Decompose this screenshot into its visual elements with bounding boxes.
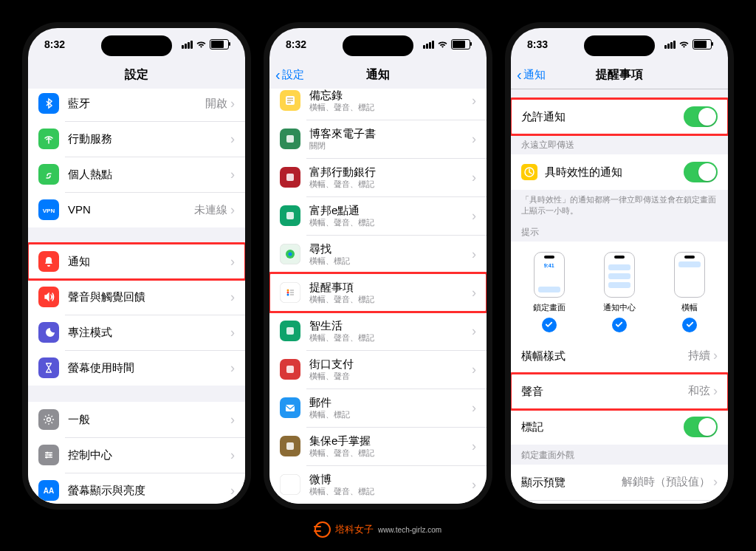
- phone-frame-1: 8:32 設定 藍牙開啟›行動服務›個人熱點›VPNVPN未連線›通知›聲音與觸…: [22, 22, 251, 510]
- allow-notifications-row[interactable]: 允許通知: [511, 99, 728, 134]
- alert-option-2[interactable]: 橫幅: [655, 252, 725, 332]
- app-label: 集保e手掌握橫幅、聲音、標記: [309, 434, 472, 458]
- app-row-2[interactable]: 富邦行動銀行橫幅、聲音、標記›: [269, 158, 487, 196]
- link-icon: [38, 164, 59, 185]
- settings-row-bell[interactable]: 通知›: [28, 244, 245, 279]
- nav-title: 提醒事項: [596, 67, 643, 83]
- app-row-10[interactable]: 微博橫幅、聲音、標記›: [269, 465, 487, 504]
- deliver-header: 永遠立即傳送: [511, 134, 728, 154]
- lock-header: 鎖定畫面外觀: [511, 445, 728, 465]
- chevron-right-icon: ›: [472, 170, 476, 185]
- preview-row[interactable]: 顯示預覽解鎖時（預設值）›: [511, 465, 728, 500]
- settings-row-speaker[interactable]: 聲音與觸覺回饋›: [28, 279, 245, 315]
- row-label: 螢幕顯示與亮度: [68, 484, 230, 497]
- row-label: 通知: [68, 255, 230, 268]
- allow-label: 允許通知: [521, 110, 684, 123]
- wifi-icon: [678, 41, 690, 49]
- badge-row[interactable]: 標記: [511, 409, 728, 445]
- app-icon: [280, 436, 300, 456]
- app-sub: 橫幅、聲音、標記: [309, 295, 472, 304]
- sound-row[interactable]: 聲音和弦›: [511, 374, 728, 409]
- status-right: [664, 39, 712, 49]
- settings-row-hourglass[interactable]: 螢幕使用時間›: [28, 350, 245, 386]
- banner-style-value: 持續: [688, 349, 710, 363]
- settings-row-sliders[interactable]: 控制中心›: [28, 437, 245, 473]
- bell-icon: [38, 251, 59, 272]
- app-label: 郵件橫幅、標記: [309, 396, 472, 420]
- alert-label: 鎖定畫面: [533, 302, 566, 313]
- app-notification-list: 備忘錄橫幅、聲音、標記›博客來電子書關閉›富邦行動銀行橫幅、聲音、標記›富邦e點…: [269, 89, 487, 504]
- row-label: 控制中心: [68, 448, 230, 462]
- time-sensitive-toggle[interactable]: [684, 162, 718, 182]
- app-row-0[interactable]: 備忘錄橫幅、聲音、標記›: [269, 89, 487, 120]
- chevron-right-icon: ›: [472, 324, 476, 339]
- app-row-3[interactable]: 富邦e點通橫幅、聲音、標記›: [269, 196, 487, 235]
- app-label: 街口支付橫幅、聲音: [309, 357, 472, 381]
- back-button[interactable]: ‹通知: [517, 67, 546, 82]
- sliders-icon: [38, 445, 59, 465]
- alert-option-0[interactable]: 9:41鎖定畫面: [514, 252, 584, 332]
- app-label: 博客來電子書關閉: [309, 127, 472, 151]
- settings-row-gear[interactable]: 一般›: [28, 402, 245, 437]
- hourglass-icon: [38, 357, 59, 378]
- checkmark-icon[interactable]: [542, 318, 557, 332]
- row-label: 專注模式: [68, 326, 230, 339]
- phone-frame-2: 8:32 ‹設定 通知 備忘錄橫幅、聲音、標記›博客來電子書關閉›富邦行動銀行橫…: [264, 22, 492, 510]
- chevron-right-icon: ›: [713, 383, 718, 399]
- time-sensitive-note: 「具時效性」的通知都將一律立即傳送並會在鎖定畫面上顯示一小時。: [511, 190, 728, 222]
- time-sensitive-row[interactable]: 具時效性的通知: [511, 154, 728, 190]
- notifications-app-list[interactable]: 備忘錄橫幅、聲音、標記›博客來電子書關閉›富邦行動銀行橫幅、聲音、標記›富邦e點…: [269, 89, 487, 504]
- settings-row-vpn[interactable]: VPNVPN未連線›: [28, 192, 245, 227]
- chevron-right-icon: ›: [472, 477, 476, 493]
- back-button[interactable]: ‹設定: [275, 67, 304, 82]
- cellular-icon: [664, 41, 676, 49]
- reminders-notification-settings[interactable]: 允許通知永遠立即傳送具時效性的通知「具時效性」的通知都將一律立即傳送並會在鎖定畫…: [511, 89, 728, 504]
- alert-label: 通知中心: [603, 302, 636, 313]
- chevron-right-icon: ›: [713, 348, 718, 363]
- app-label: 富邦行動銀行橫幅、聲音、標記: [309, 165, 472, 189]
- app-label: 富邦e點通橫幅、聲音、標記: [309, 204, 472, 227]
- settings-list[interactable]: 藍牙開啟›行動服務›個人熱點›VPNVPN未連線›通知›聲音與觸覺回饋›專注模式…: [28, 89, 245, 504]
- dynamic-island: [101, 35, 172, 56]
- allow-toggle[interactable]: [684, 106, 718, 127]
- settings-row-moon[interactable]: 專注模式›: [28, 315, 245, 350]
- preview-value: 解鎖時（預設值）: [622, 475, 710, 489]
- chevron-right-icon: ›: [230, 167, 235, 182]
- row-value: 未連線: [194, 203, 227, 217]
- badge-toggle[interactable]: [684, 417, 718, 437]
- app-row-1[interactable]: 博客來電子書關閉›: [269, 120, 487, 158]
- settings-row-link[interactable]: 個人熱點›: [28, 157, 245, 192]
- banner-style-row[interactable]: 橫幅樣式持續›: [511, 338, 728, 374]
- sound-label: 聲音: [521, 385, 688, 398]
- settings-row-bluetooth[interactable]: 藍牙開啟›: [28, 89, 245, 121]
- nav-bar: 設定: [28, 61, 245, 89]
- row-label: 行動服務: [68, 132, 230, 146]
- row-value: 開啟: [205, 97, 227, 111]
- svg-text:AA: AA: [44, 487, 54, 495]
- row-label: 個人熱點: [68, 168, 230, 181]
- chevron-right-icon: ›: [230, 202, 235, 218]
- alert-option-1[interactable]: 通知中心: [584, 252, 654, 332]
- chevron-right-icon: ›: [713, 474, 718, 490]
- app-row-7[interactable]: 街口支付橫幅、聲音›: [269, 350, 487, 389]
- settings-row-antenna[interactable]: 行動服務›: [28, 121, 245, 157]
- alerts-group: 9:41鎖定畫面通知中心橫幅橫幅樣式持續›聲音和弦›標記: [511, 242, 728, 445]
- settings-row-aa[interactable]: AA螢幕顯示與亮度›: [28, 473, 245, 504]
- app-row-9[interactable]: 集保e手掌握橫幅、聲音、標記›: [269, 427, 487, 465]
- battery-icon: [693, 39, 712, 49]
- sound-value: 和弦: [688, 384, 710, 398]
- app-sub: 橫幅、標記: [309, 256, 472, 266]
- alert-preview-icon: 9:41: [534, 252, 565, 298]
- app-row-5[interactable]: 提醒事項橫幅、聲音、標記›: [269, 273, 487, 312]
- wifi-icon: [196, 41, 207, 49]
- checkmark-icon[interactable]: [612, 318, 627, 332]
- grouping-row[interactable]: 通知分類自動›: [511, 500, 728, 504]
- app-row-6[interactable]: 智生活橫幅、聲音、標記›: [269, 312, 487, 350]
- checkmark-icon[interactable]: [682, 318, 697, 332]
- app-row-4[interactable]: 尋找橫幅、標記›: [269, 235, 487, 273]
- vpn-icon: VPN: [38, 199, 59, 220]
- app-sub: 橫幅、聲音、標記: [309, 333, 472, 343]
- app-sub: 橫幅、聲音、標記: [309, 448, 472, 458]
- app-icon: [280, 474, 300, 495]
- app-row-8[interactable]: 郵件橫幅、標記›: [269, 389, 487, 427]
